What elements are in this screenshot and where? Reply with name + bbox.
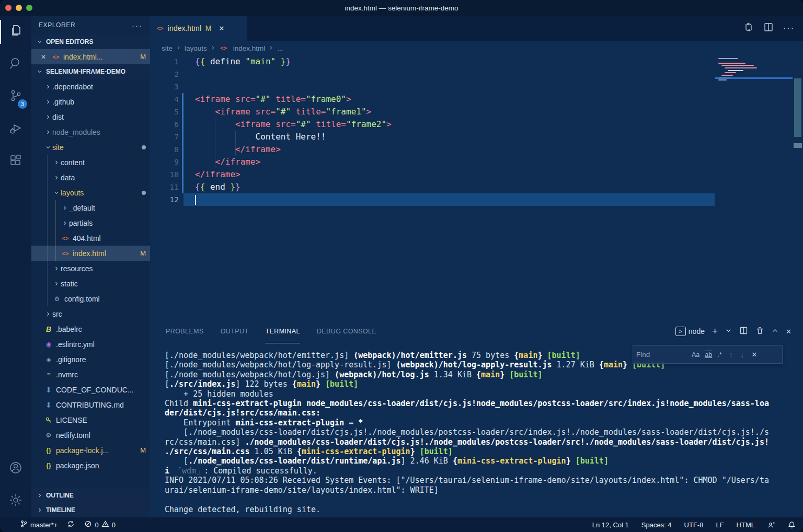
tree-item-static[interactable]: static: [31, 276, 150, 291]
tree-item--dependabot[interactable]: .dependabot: [31, 79, 150, 94]
cursor-position-status[interactable]: Ln 12, Col 1: [592, 521, 629, 529]
terminal-select[interactable]: > node: [675, 327, 705, 336]
split-editor-icon[interactable]: [763, 22, 774, 34]
sync-status[interactable]: [67, 520, 75, 529]
chevron-right-icon: [44, 98, 52, 106]
new-terminal-button[interactable]: +: [712, 326, 718, 337]
activity-explorer-button[interactable]: [0, 16, 31, 48]
eol-status[interactable]: LF: [716, 521, 724, 529]
search-icon: [8, 56, 23, 73]
tree-item--nvmrc[interactable]: ≡.nvmrc: [31, 367, 150, 382]
split-terminal-icon[interactable]: [739, 326, 748, 337]
terminal-dropdown-icon[interactable]: [725, 327, 732, 336]
tree-item--github[interactable]: .github: [31, 94, 150, 109]
maximize-window-button[interactable]: [26, 5, 32, 11]
tree-item-package-lock-j-[interactable]: {}package-lock.j...M: [31, 443, 150, 458]
breadcrumb-item-site[interactable]: site: [162, 44, 173, 52]
encoding-status[interactable]: UTF-8: [684, 521, 704, 529]
html-file-icon: <>: [155, 24, 165, 32]
activity-run-debug-button[interactable]: [0, 113, 31, 145]
indent-guide: [235, 131, 236, 156]
tree-item--eslintrc-yml[interactable]: ◉.eslintrc.yml: [31, 337, 150, 352]
line-number: 3: [150, 80, 179, 93]
find-close-button[interactable]: ✕: [752, 351, 758, 358]
tree-item-config-toml[interactable]: ⚙config.toml: [31, 291, 150, 306]
regex-toggle[interactable]: .*: [717, 351, 721, 358]
tree-item--babelrc[interactable]: B.babelrc: [31, 321, 150, 337]
open-changes-icon[interactable]: [743, 22, 754, 34]
kill-terminal-icon[interactable]: [755, 326, 764, 337]
feedback-icon[interactable]: [767, 521, 775, 529]
tree-item-contributing-md[interactable]: ⬇CONTRIBUTING.md: [31, 397, 150, 412]
scrollbar-thumb[interactable]: [794, 78, 801, 137]
activity-search-button[interactable]: [0, 48, 31, 80]
more-actions-icon[interactable]: ···: [783, 24, 795, 33]
account-button[interactable]: [0, 453, 31, 485]
tab-index-html[interactable]: <> index.html M ✕: [150, 16, 247, 41]
tree-item-layouts[interactable]: layouts: [31, 185, 150, 200]
tree-item-resources[interactable]: resources: [31, 261, 150, 276]
line-number: 1: [150, 55, 179, 68]
open-editor-item[interactable]: ✕ <> index.html... M: [31, 49, 150, 64]
tree-item-netlify-toml[interactable]: ⚙netlify.toml: [31, 427, 150, 443]
tree-item-license[interactable]: LICENSE: [31, 412, 150, 427]
panel-tab-terminal[interactable]: TERMINAL: [265, 319, 300, 343]
tree-item-404-html[interactable]: <>404.html: [31, 230, 150, 246]
close-window-button[interactable]: [5, 5, 12, 11]
language-mode-status[interactable]: HTML: [737, 521, 755, 529]
panel-tab-problems[interactable]: PROBLEMS: [166, 319, 204, 343]
code-line-content: </iframe>: [195, 156, 260, 168]
terminal-output[interactable]: [./node_modules/webpack/hot/emitter.js] …: [165, 351, 799, 515]
panel-tab-debug-console[interactable]: DEBUG CONSOLE: [317, 319, 376, 343]
code-line-content: {{ end }}: [195, 181, 240, 193]
settings-button[interactable]: [0, 485, 31, 517]
tree-item-dist[interactable]: dist: [31, 109, 150, 124]
git-branch-status[interactable]: master*+: [20, 520, 58, 529]
tree-item-package-json[interactable]: {}package.json: [31, 458, 150, 473]
maximize-panel-icon[interactable]: [772, 327, 778, 336]
minimap-current-line: [715, 77, 793, 79]
tree-item-site[interactable]: site: [31, 140, 150, 155]
account-icon: [8, 460, 23, 477]
tree-item-data[interactable]: data: [31, 170, 150, 185]
minimap[interactable]: [715, 56, 793, 87]
activity-source-control-button[interactable]: 3: [0, 80, 31, 113]
tab-close-icon[interactable]: ✕: [219, 25, 224, 32]
whole-word-toggle[interactable]: ab: [705, 351, 712, 358]
chevron-right-icon: [36, 506, 44, 514]
notifications-bell-icon[interactable]: [788, 521, 796, 529]
section-outline[interactable]: OUTLINE: [31, 488, 150, 503]
tree-item-code-of-conduc-[interactable]: ⬇CODE_OF_CONDUC...: [31, 382, 150, 397]
panel-tab-output[interactable]: OUTPUT: [221, 319, 249, 343]
tree-item-index-html[interactable]: <>index.htmlM: [31, 246, 150, 261]
indentation-status[interactable]: Spaces: 4: [641, 521, 672, 529]
find-previous-button[interactable]: ↑: [729, 350, 733, 359]
tree-item-partials[interactable]: partials: [31, 215, 150, 230]
find-input[interactable]: [636, 351, 686, 358]
editor-group: <> index.html M ✕ ··· sitelayouts<>index…: [150, 16, 803, 517]
indent-guide: [55, 200, 56, 261]
problems-status[interactable]: 0 0: [84, 520, 115, 529]
chevron-right-icon: [44, 113, 52, 121]
find-next-button[interactable]: ↓: [740, 350, 744, 359]
activity-extensions-button[interactable]: [0, 145, 31, 178]
code-editor[interactable]: 1{{ define "main" }}234<iframe src="#" t…: [150, 55, 803, 319]
section-open-editors[interactable]: OPEN EDITORS: [31, 34, 150, 49]
match-case-toggle[interactable]: Aa: [692, 351, 699, 358]
tree-item--gitignore[interactable]: ◈.gitignore: [31, 352, 150, 367]
section-timeline[interactable]: TIMELINE: [31, 503, 150, 517]
breadcrumb-item-index-html[interactable]: <>index.html: [219, 44, 266, 52]
chevron-down-icon: [44, 143, 52, 152]
breadcrumb-item--[interactable]: ...: [277, 44, 283, 52]
tree-item--default[interactable]: _default: [31, 200, 150, 215]
tree-item-content[interactable]: content: [31, 155, 150, 170]
explorer-actions-button[interactable]: ···: [132, 21, 143, 30]
section-workspace[interactable]: SELENIUM-IFRAME-DEMO: [31, 64, 150, 79]
close-icon[interactable]: ✕: [41, 53, 49, 61]
breadcrumb-item-layouts[interactable]: layouts: [185, 44, 207, 52]
scrollbar[interactable]: [793, 55, 803, 319]
tree-item-node-modules[interactable]: node_modules: [31, 124, 150, 140]
close-panel-icon[interactable]: ✕: [786, 328, 791, 336]
minimize-window-button[interactable]: [16, 5, 22, 11]
tree-item-src[interactable]: src: [31, 306, 150, 321]
